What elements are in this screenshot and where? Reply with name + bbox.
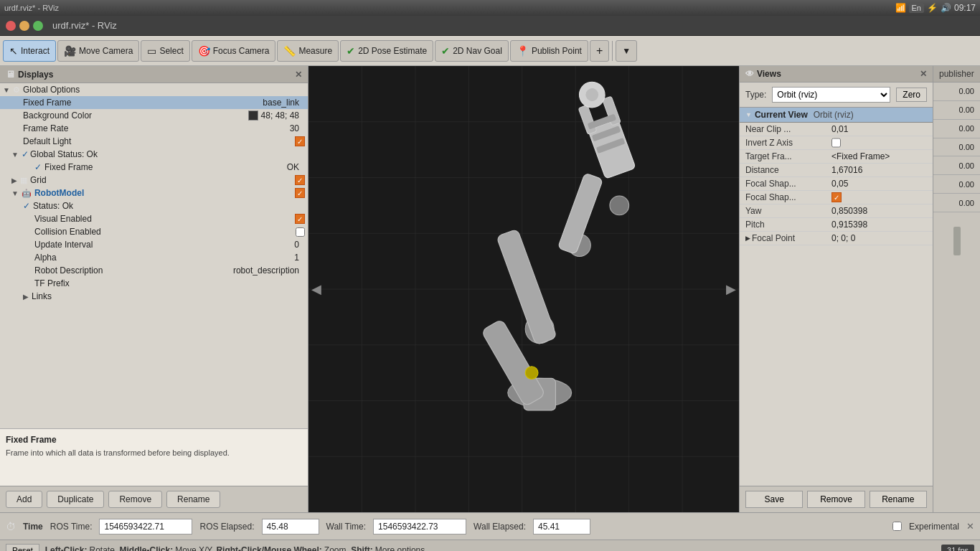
collision-enabled-row[interactable]: Collision Enabled (0, 225, 308, 238)
close-button[interactable] (6, 21, 16, 31)
maximize-button[interactable] (33, 21, 43, 31)
fixed-frame-ok-label: Fixed Frame (44, 162, 287, 172)
links-row[interactable]: ▶ Links (0, 290, 308, 303)
fixed-frame-ok-row[interactable]: ✓ Fixed Frame OK (0, 161, 308, 174)
wall-elapsed-input[interactable] (533, 519, 590, 534)
duplicate-button[interactable]: Duplicate (47, 491, 104, 508)
robot-description-label: Robot Description (34, 265, 233, 276)
status-ok-label: Status: Ok (33, 201, 305, 211)
main-area: 🖥 Displays ✕ ▼ ⚙ Global Options Fixed Fr… (0, 66, 980, 512)
action-buttons: Add Duplicate Remove Rename (0, 486, 308, 512)
focal-shape2-row[interactable]: Focal Shap... (740, 191, 933, 204)
reset-button[interactable]: Reset (6, 544, 39, 552)
select-button[interactable]: ▭ Select (141, 40, 189, 62)
3d-viewport[interactable]: ◀ ▶ (308, 66, 739, 512)
focal-shape1-row[interactable]: Focal Shap... 0,05 (740, 177, 933, 191)
default-light-row[interactable]: Default Light (0, 135, 308, 148)
grid-row[interactable]: ▶ ▦ Grid (0, 174, 308, 187)
frame-rate-row[interactable]: Frame Rate 30 (0, 122, 308, 135)
pitch-label: Pitch (745, 220, 831, 230)
invert-z-label: Invert Z Axis (745, 138, 831, 148)
views-zero-button[interactable]: Zero (896, 88, 927, 102)
pitch-row[interactable]: Pitch 0,915398 (740, 218, 933, 232)
sys-title: urdf.rviz* - RViz (4, 4, 59, 12)
views-type-select[interactable]: Orbit (rviz) (772, 87, 890, 103)
focal-shape2-checkbox[interactable] (831, 192, 842, 202)
global-status-check-icon: ✓ (22, 149, 29, 159)
robot-icon: 🤖 (22, 189, 32, 198)
publish-point-label: Publish Point (532, 46, 582, 56)
rename-button[interactable]: Rename (166, 491, 220, 508)
alpha-row[interactable]: Alpha 1 (0, 251, 308, 264)
status-ok-row[interactable]: ✓ Status: Ok (0, 199, 308, 212)
ros-elapsed-input[interactable] (262, 519, 319, 534)
ros-time-input[interactable] (99, 519, 192, 534)
current-view-label: Current View (755, 110, 808, 120)
distance-row[interactable]: Distance 1,67016 (740, 164, 933, 177)
current-view-row[interactable]: ▼ Current View Orbit (rviz) (740, 108, 933, 123)
add-button[interactable]: Add (6, 491, 42, 508)
robot-model-row[interactable]: ▼ 🤖 RobotModel (0, 187, 308, 199)
background-color-row[interactable]: Background Color 48; 48; 48 (0, 109, 308, 122)
global-options-row[interactable]: ▼ ⚙ Global Options (0, 83, 308, 96)
tf-prefix-row[interactable]: TF Prefix (0, 277, 308, 290)
default-light-checkbox[interactable] (295, 136, 305, 146)
global-status-row[interactable]: ▼ ✓ Global Status: Ok (0, 148, 308, 161)
select-icon: ▭ (147, 45, 156, 57)
wall-time-input[interactable] (373, 519, 466, 534)
views-panel: 👁 Views ✕ Type: Orbit (rviz) Zero ▼ Curr… (739, 66, 933, 512)
experimental-checkbox[interactable] (892, 522, 902, 531)
left-click-action: Rotate. (89, 545, 119, 552)
status-bar: Reset Left-Click: Rotate. Middle-Click: … (0, 540, 980, 551)
invert-z-checkbox[interactable] (831, 138, 841, 148)
more-button[interactable]: ▼ (616, 40, 637, 62)
focal-point-row[interactable]: ▶ Focal Point 0; 0; 0 (740, 232, 933, 245)
move-camera-button[interactable]: 🎥 Move Camera (57, 40, 139, 62)
publish-point-button[interactable]: 📍 Publish Point (510, 40, 588, 62)
views-save-button[interactable]: Save (745, 491, 803, 508)
focus-camera-button[interactable]: 🎯 Focus Camera (192, 40, 276, 62)
remove-button[interactable]: Remove (108, 491, 162, 508)
monitor-icon: 🖥 (6, 69, 15, 80)
middle-click-label: Middle-Click: (120, 545, 174, 552)
status-ok-check-icon: ✓ (23, 201, 30, 211)
interact-button[interactable]: ↖ Interact (3, 40, 56, 62)
views-close-icon[interactable]: ✕ (920, 69, 927, 79)
displays-close-icon[interactable]: ✕ (295, 70, 302, 80)
nav-left-arrow[interactable]: ◀ (311, 281, 321, 297)
nav-right-arrow[interactable]: ▶ (726, 281, 736, 297)
pose-estimate-button[interactable]: ✔ 2D Pose Estimate (340, 40, 433, 62)
views-remove-button[interactable]: Remove (807, 491, 864, 508)
invert-z-row[interactable]: Invert Z Axis (740, 136, 933, 150)
wall-elapsed-label: Wall Elapsed: (473, 522, 526, 532)
app-titlebar: urdf.rviz* - RViz (0, 16, 980, 36)
views-buttons: Save Remove Rename (740, 486, 933, 512)
grid-expand-icon: ▶ (11, 176, 17, 184)
robot-description-row[interactable]: Robot Description robot_description (0, 264, 308, 277)
robot-model-checkbox[interactable] (295, 188, 305, 198)
visual-enabled-checkbox[interactable] (295, 214, 305, 224)
time-title: Time (23, 522, 43, 532)
collision-enabled-checkbox[interactable] (296, 227, 305, 237)
visual-enabled-row[interactable]: Visual Enabled (0, 212, 308, 225)
nav-icon: ✔ (441, 45, 450, 57)
time-close-icon[interactable]: ✕ (966, 521, 974, 532)
grid-checkbox[interactable] (295, 175, 305, 185)
target-frame-row[interactable]: Target Fra... <Fixed Frame> (740, 150, 933, 164)
far-row-2: 0.00 (933, 101, 980, 120)
add-toolbar-button[interactable]: + (590, 40, 609, 62)
measure-button[interactable]: 📏 Measure (277, 40, 339, 62)
views-type-row: Type: Orbit (rviz) Zero (740, 83, 933, 108)
scrollbar[interactable] (933, 212, 980, 512)
focal-point-label: Focal Point (752, 233, 795, 243)
nav-goal-button[interactable]: ✔ 2D Nav Goal (435, 40, 509, 62)
near-clip-row[interactable]: Near Clip ... 0,01 (740, 123, 933, 136)
fixed-frame-row[interactable]: Fixed Frame base_link (0, 96, 308, 109)
views-rename-button[interactable]: Rename (870, 491, 927, 508)
far-value-1: 0.00 (959, 87, 974, 95)
minimize-button[interactable] (19, 21, 29, 31)
update-interval-label: Update Interval (34, 240, 294, 250)
yaw-row[interactable]: Yaw 0,850398 (740, 204, 933, 218)
update-interval-row[interactable]: Update Interval 0 (0, 238, 308, 251)
status-text: Left-Click: Rotate. Middle-Click: Move X… (45, 545, 936, 552)
